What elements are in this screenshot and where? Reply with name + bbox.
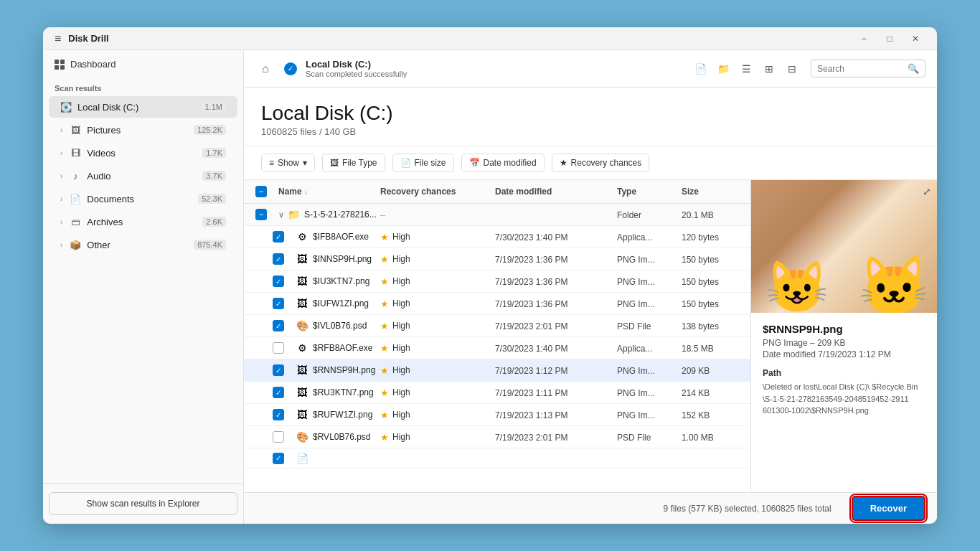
table-row[interactable]: 🖼 $RUFW1ZI.png ★ High 7/19/2023 1:13 PM … [244,404,750,426]
file-table-body: ∨ 📁 S-1-5-21-278216... – Folder 20.1 MB [244,204,750,492]
date-value: 7/19/2023 1:36 PM [495,277,567,287]
home-button[interactable]: ⌂ [255,59,275,79]
sidebar: Dashboard Scan results 💽 Local Disk (C:)… [43,50,244,524]
recover-button[interactable]: Recover [852,496,925,521]
table-row[interactable]: ⚙ $RFB8AOF.exe ★ High 7/30/2023 1:40 PM … [244,337,750,359]
calendar-icon: 📅 [469,158,480,168]
file-list-panel: Name ↓ Recovery chances Date modified Ty… [244,180,750,492]
date-value: 7/19/2023 2:01 PM [495,433,567,443]
png-file-icon: 🖼 [296,297,308,310]
recovery-value: ★ High [380,432,495,443]
close-button[interactable]: ✕ [905,29,925,49]
row-checkbox[interactable] [273,342,284,354]
date-column-header[interactable]: Date modified [495,187,617,197]
recovery-chances-filter-button[interactable]: ★ Recovery chances [552,154,650,172]
table-row[interactable]: 🖼 $RU3KTN7.png ★ High 7/19/2023 1:11 PM … [244,382,750,404]
type-column-header[interactable]: Type [617,187,682,197]
sidebar-item-count: 2.6K [202,217,226,227]
file-name: $IVL0B76.psd [313,321,367,331]
select-all-checkbox[interactable] [255,186,267,197]
size-value: 20.1 MB [682,210,714,220]
title-bar: ≡ Disk Drill − □ ✕ [43,27,937,50]
filter-show-label: Show [278,158,299,168]
other-icon: 📦 [70,239,81,250]
row-checkbox[interactable] [273,431,284,443]
row-checkbox[interactable] [273,276,284,287]
sidebar-item-pictures[interactable]: › 🖼 Pictures 125.2K [49,119,237,141]
preview-panel: ⤢ $RNNSP9H.png PNG Image – 209 KB Date m… [750,180,937,492]
size-column-header[interactable]: Size [682,187,739,197]
table-row[interactable]: 🖼 $IUFW1ZI.png ★ High 7/19/2023 1:36 PM … [244,293,750,315]
expand-preview-button[interactable]: ⤢ [923,186,931,197]
file-icon-button[interactable]: 📄 [690,59,710,79]
size-value: 150 bytes [682,299,719,309]
sidebar-item-local-disk[interactable]: 💽 Local Disk (C:) 1.1M [49,96,237,118]
type-value: Applica... [617,344,652,354]
search-box[interactable]: 🔍 [811,60,925,77]
recovery-column-header[interactable]: Recovery chances [380,187,495,197]
row-checkbox[interactable] [273,409,284,420]
name-column-header[interactable]: Name ↓ [278,187,380,197]
table-row[interactable]: 🎨 $RVL0B76.psd ★ High 7/19/2023 2:01 PM … [244,426,750,448]
minimize-button[interactable]: − [854,29,874,49]
row-checkbox[interactable] [273,453,284,464]
type-value: PNG Im... [617,410,655,420]
file-name: $INNSP9H.png [313,254,372,264]
type-value: Folder [617,210,641,220]
row-checkbox[interactable] [255,209,267,220]
png-file-icon: 🖼 [296,253,308,265]
table-row[interactable]: 🎨 $IVL0B76.psd ★ High 7/19/2023 2:01 PM … [244,315,750,337]
audio-icon: ♪ [70,170,81,182]
menu-icon[interactable]: ≡ [55,32,61,45]
table-row[interactable]: 📄 [244,448,750,468]
sidebar-item-documents[interactable]: › 📄 Documents 52.3K [49,188,237,209]
table-row[interactable]: 🖼 $IU3KTN7.png ★ High 7/19/2023 1:36 PM … [244,270,750,293]
size-value: 150 bytes [682,255,719,265]
date-modified-filter-button[interactable]: 📅 Date modified [461,154,545,172]
row-checkbox[interactable] [273,320,284,331]
row-checkbox[interactable] [273,298,284,309]
file-name: S-1-5-21-278216... [304,209,377,220]
file-type-filter-button[interactable]: 🖼 File Type [322,154,385,172]
sidebar-item-label: Other [87,240,188,250]
star-filter-icon: ★ [560,158,567,168]
preview-image-content [751,180,937,313]
table-header: Name ↓ Recovery chances Date modified Ty… [244,180,750,204]
file-size-filter-button[interactable]: 📄 File size [392,154,454,172]
sidebar-item-other[interactable]: › 📦 Other 875.4K [49,234,237,255]
row-checkbox[interactable] [273,231,284,242]
sidebar-dashboard-item[interactable]: Dashboard [43,50,243,78]
file-name: $RU3KTN7.png [313,387,374,397]
row-checkbox[interactable] [273,253,284,265]
type-value: PNG Im... [617,388,655,398]
recovery-value: ★ High [380,387,495,398]
table-row[interactable]: ⚙ $IFB8AOF.exe ★ High 7/30/2023 1:40 PM … [244,226,750,248]
date-value: 7/19/2023 1:12 PM [495,366,567,376]
list-view-button[interactable]: ☰ [736,59,756,79]
maximize-button[interactable]: □ [880,29,900,49]
sidebar-item-archives[interactable]: › 🗃 Archives 2.6K [49,211,237,232]
file-name: $IU3KTN7.png [313,276,369,286]
search-input[interactable] [817,64,903,74]
app-window: ≡ Disk Drill − □ ✕ Dashboard Scan result… [43,27,937,524]
chevron-down-icon[interactable]: ∨ [278,210,284,220]
table-row[interactable]: 🖼 $RNNSP9H.png ★ High 7/19/2023 1:12 PM … [244,359,750,382]
grid-view-button[interactable]: ⊞ [759,59,779,79]
preview-filename: $RNNSP9H.png [763,323,925,335]
status-check-icon: ✓ [284,62,297,75]
row-checkbox[interactable] [273,387,284,398]
recovery-chances-label: Recovery chances [571,158,642,168]
row-checkbox[interactable] [273,364,284,376]
date-value: 7/19/2023 2:01 PM [495,321,567,331]
show-scan-results-button[interactable]: Show scan results in Explorer [49,492,237,515]
table-row[interactable]: 🖼 $INNSP9H.png ★ High 7/19/2023 1:36 PM … [244,248,750,270]
split-view-button[interactable]: ⊟ [782,59,802,79]
sidebar-item-videos[interactable]: › 🎞 Videos 1.7K [49,142,237,164]
sidebar-footer: Show scan results in Explorer [43,483,243,524]
folder-icon-button[interactable]: 📁 [713,59,733,79]
sidebar-item-audio[interactable]: › ♪ Audio 3.7K [49,165,237,187]
psd-file-icon: 🎨 [296,430,308,443]
recovery-value: – [380,209,385,220]
table-row[interactable]: ∨ 📁 S-1-5-21-278216... – Folder 20.1 MB [244,204,750,226]
show-filter-button[interactable]: ≡ Show ▾ [261,154,315,172]
